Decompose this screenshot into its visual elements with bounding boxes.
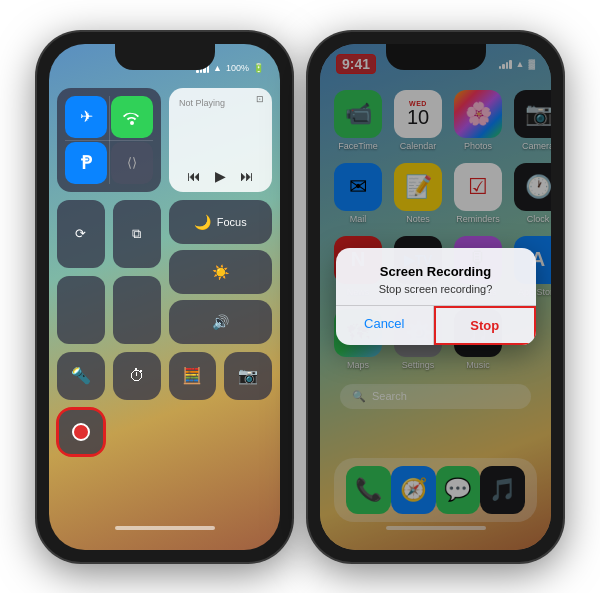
dialog-title: Screen Recording: [352, 264, 520, 279]
prev-btn[interactable]: ⏮: [187, 168, 201, 184]
airdrop-btn[interactable]: ⟨⟩: [111, 142, 153, 184]
left-screen: ▲ 100% 🔋 ✈: [49, 44, 280, 550]
unused-btn2: [113, 276, 161, 344]
focus-label: Focus: [217, 216, 247, 228]
divider-v: [109, 96, 110, 184]
cancel-button[interactable]: Cancel: [336, 306, 435, 345]
notch: [115, 44, 215, 70]
connectivity-cluster: ✈ Ᵽ ⟨⟩: [57, 88, 161, 192]
dialog-overlay: Screen Recording Stop screen recording? …: [320, 44, 551, 550]
cc-right-grid: ⟳ ⧉: [57, 200, 161, 344]
wifi-btn[interactable]: [111, 96, 153, 138]
now-playing-area: ⊡ Not Playing ⏮ ▶ ⏭: [169, 88, 272, 192]
battery-icon: 🔋: [253, 63, 264, 73]
now-playing-widget[interactable]: ⊡ Not Playing ⏮ ▶ ⏭: [169, 88, 272, 192]
control-center-bg: ▲ 100% 🔋 ✈: [49, 44, 280, 550]
flashlight-btn[interactable]: 🔦: [57, 352, 105, 400]
np-controls: ⏮ ▶ ⏭: [179, 168, 262, 184]
cc-mid-section: ⟳ ⧉ 🌙 Focus ☀️: [57, 200, 272, 344]
airplane-btn[interactable]: ✈: [65, 96, 107, 138]
bar1: [196, 70, 199, 73]
phones-container: ▲ 100% 🔋 ✈: [27, 22, 573, 572]
home-screen-bg: 9:41 ▲ ▓: [320, 44, 551, 550]
orientation-btn[interactable]: ⟳: [57, 200, 105, 268]
right-screen: 9:41 ▲ ▓: [320, 44, 551, 550]
left-home-bar[interactable]: [115, 526, 215, 530]
np-label: Not Playing: [179, 98, 262, 108]
cc-bottom-row: 🔦 ⏱ 🧮 📷: [57, 352, 272, 400]
play-btn[interactable]: ▶: [215, 168, 226, 184]
cc-top-row: ✈ Ᵽ ⟨⟩: [57, 88, 272, 192]
focus-sliders: 🌙 Focus ☀️ 🔊: [169, 200, 273, 344]
airplay-icon: ⊡: [256, 94, 264, 104]
screen-record-btn[interactable]: [57, 408, 105, 456]
focus-btn[interactable]: 🌙 Focus: [169, 200, 273, 244]
dialog-buttons: Cancel Stop: [336, 305, 536, 345]
right-iphone: 9:41 ▲ ▓: [308, 32, 563, 562]
screen-recording-dialog: Screen Recording Stop screen recording? …: [336, 248, 536, 345]
screen-mirror-btn[interactable]: ⧉: [113, 200, 161, 268]
dialog-content: Screen Recording Stop screen recording?: [336, 248, 536, 305]
bluetooth-btn[interactable]: Ᵽ: [65, 142, 107, 184]
record-circle: [72, 423, 90, 441]
unused-btn1: [57, 276, 105, 344]
dialog-message: Stop screen recording?: [352, 283, 520, 295]
brightness-icon: ☀️: [212, 264, 229, 280]
stop-button[interactable]: Stop: [434, 306, 536, 345]
volume-slider[interactable]: 🔊: [169, 300, 273, 344]
left-status-bar: ▲ 100% 🔋: [49, 44, 280, 88]
cc-record-row: [57, 408, 272, 456]
timer-btn[interactable]: ⏱: [113, 352, 161, 400]
moon-icon: 🌙: [194, 214, 211, 230]
cc-section: ✈ Ᵽ ⟨⟩: [49, 88, 280, 456]
camera-btn[interactable]: 📷: [224, 352, 272, 400]
left-iphone: ▲ 100% 🔋 ✈: [37, 32, 292, 562]
brightness-slider[interactable]: ☀️: [169, 250, 273, 294]
next-btn[interactable]: ⏭: [240, 168, 254, 184]
wifi-indicator: ▲: [213, 63, 222, 73]
calculator-btn[interactable]: 🧮: [169, 352, 217, 400]
battery-label: 100%: [226, 63, 249, 73]
volume-icon: 🔊: [212, 314, 229, 330]
